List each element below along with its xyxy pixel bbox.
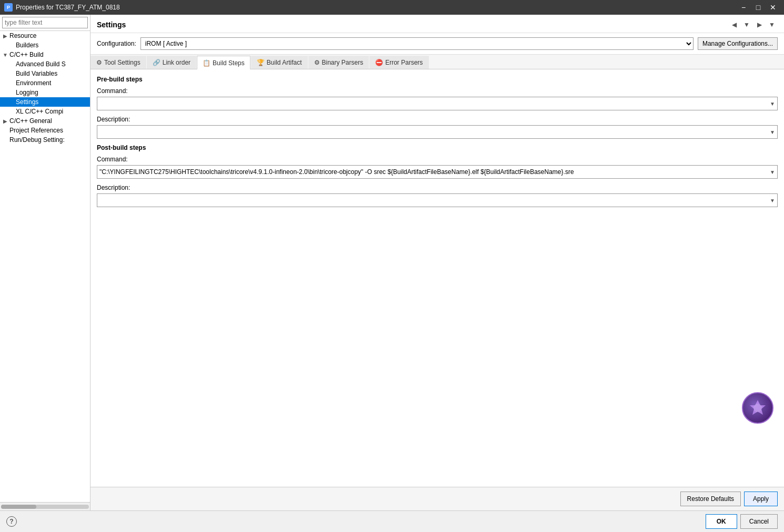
tab-icon-link-order: 🔗 [153, 59, 160, 66]
post-build-command-label: Command: [97, 156, 778, 163]
post-build-command-dropdown-arrow[interactable]: ▼ [770, 169, 775, 175]
sidebar-item-label-environment: Environment [16, 79, 51, 87]
tab-icon-error-parsers: ⛔ [375, 59, 383, 66]
pre-build-command-dropdown-arrow[interactable]: ▼ [770, 101, 775, 107]
post-build-description-field[interactable]: ▼ [97, 193, 778, 207]
svg-point-0 [753, 404, 762, 412]
post-build-description-label: Description: [97, 184, 778, 191]
pre-build-description-field[interactable]: ▼ [97, 125, 778, 139]
app-icon: P [4, 3, 13, 12]
sidebar-item-advanced-build[interactable]: Advanced Build S [0, 59, 90, 69]
pre-build-command-label: Command: [97, 87, 778, 95]
sidebar-item-label-logging: Logging [16, 89, 38, 96]
tree-expander-cpp-general: ▶ [2, 118, 8, 124]
ok-button[interactable]: OK [706, 514, 737, 529]
tab-icon-build-artifact: 🏆 [257, 59, 265, 66]
tab-label-error-parsers: Error Parsers [385, 59, 423, 66]
sidebar-item-label-advanced-build: Advanced Build S [16, 60, 66, 68]
sidebar-item-label-xl-cpp-compi: XL C/C++ Compi [16, 108, 63, 115]
sidebar-item-project-references[interactable]: Project References [0, 126, 90, 135]
configuration-row: Configuration: iROM [ Active ] Manage Co… [91, 33, 784, 55]
content-header: Settings ◀ ▼ ▶ ▼ [91, 15, 784, 33]
post-build-description-input[interactable] [99, 194, 775, 207]
minimize-button[interactable]: − [737, 2, 750, 13]
maximize-button[interactable]: □ [751, 2, 765, 13]
pre-build-command-input[interactable] [99, 97, 775, 110]
pre-build-description-label: Description: [97, 116, 778, 123]
sidebar-item-label-settings: Settings [16, 98, 38, 106]
tab-error-parsers[interactable]: ⛔Error Parsers [369, 56, 428, 69]
bottom-actions: ? OK Cancel [0, 510, 784, 532]
tab-build-steps[interactable]: 📋Build Steps [197, 56, 250, 69]
sidebar-item-environment[interactable]: Environment [0, 78, 90, 88]
tree-expander-resource: ▶ [2, 33, 8, 39]
sidebar-item-cpp-general[interactable]: ▶C/C++ General [0, 116, 90, 126]
sidebar-item-label-builders: Builders [16, 42, 38, 49]
tab-label-binary-parsers: Binary Parsers [322, 59, 364, 66]
sidebar-scrollbar[interactable] [1, 505, 89, 509]
pre-build-description-dropdown-arrow[interactable]: ▼ [770, 129, 775, 135]
decorative-image [742, 392, 773, 424]
tab-tool-settings[interactable]: ⚙Tool Settings [91, 56, 146, 69]
sidebar-item-label-cpp-build: C/C++ Build [9, 51, 44, 58]
sidebar-item-settings[interactable]: Settings [0, 97, 90, 107]
sidebar-filter-area [0, 15, 90, 31]
configuration-select[interactable]: iROM [ Active ] [140, 37, 693, 50]
sidebar-item-label-build-variables: Build Variables [16, 70, 57, 77]
restore-defaults-button[interactable]: Restore Defaults [680, 492, 741, 506]
nav-forward-dropdown-button[interactable]: ▼ [766, 19, 778, 30]
nav-forward-button[interactable]: ▶ [753, 19, 765, 30]
post-build-section-title: Post-build steps [97, 144, 778, 151]
page-title: Settings [97, 21, 126, 29]
sidebar-item-run-debug-settings[interactable]: Run/Debug Setting: [0, 135, 90, 145]
pre-build-command-field[interactable]: ▼ [97, 97, 778, 110]
filter-input[interactable] [2, 17, 88, 28]
tree-expander-cpp-build: ▼ [2, 52, 8, 58]
close-button[interactable]: ✕ [766, 2, 780, 13]
pre-build-description-input[interactable] [99, 126, 775, 138]
cancel-button[interactable]: Cancel [740, 514, 778, 529]
pre-build-section-title: Pre-build steps [97, 76, 778, 83]
post-build-description-dropdown-arrow[interactable]: ▼ [770, 198, 775, 203]
tab-label-build-artifact: Build Artifact [267, 59, 302, 66]
post-build-command-input[interactable] [99, 166, 775, 178]
content-panel: Settings ◀ ▼ ▶ ▼ Configuration: iROM [ A… [91, 15, 784, 510]
tab-icon-tool-settings: ⚙ [96, 59, 102, 66]
nav-back-dropdown-button[interactable]: ▼ [741, 19, 752, 30]
configuration-label: Configuration: [97, 40, 136, 47]
sidebar-item-logging[interactable]: Logging [0, 88, 90, 97]
sidebar-item-label-project-references: Project References [9, 127, 63, 134]
tab-label-build-steps: Build Steps [213, 59, 245, 67]
apply-button[interactable]: Apply [744, 492, 778, 506]
manage-configurations-button[interactable]: Manage Configurations... [698, 37, 778, 50]
tab-icon-binary-parsers: ⚙ [314, 59, 320, 66]
tab-link-order[interactable]: 🔗Link order [147, 56, 196, 69]
tab-binary-parsers[interactable]: ⚙Binary Parsers [308, 56, 369, 69]
tab-label-link-order: Link order [163, 59, 190, 66]
sidebar-item-cpp-build[interactable]: ▼C/C++ Build [0, 50, 90, 59]
sidebar-item-label-run-debug-settings: Run/Debug Setting: [9, 136, 65, 144]
tab-label-tool-settings: Tool Settings [104, 59, 140, 66]
tabs-bar: ⚙Tool Settings🔗Link order📋Build Steps🏆Bu… [91, 55, 784, 69]
sidebar-tree: ▶ResourceBuilders▼C/C++ BuildAdvanced Bu… [0, 31, 90, 502]
header-nav: ◀ ▼ ▶ ▼ [728, 19, 778, 30]
sidebar: ▶ResourceBuilders▼C/C++ BuildAdvanced Bu… [0, 15, 91, 510]
sidebar-scrollbar-area [0, 502, 90, 510]
window-title: Properties for TC387_FY_ATM_0818 [16, 4, 120, 11]
sidebar-item-build-variables[interactable]: Build Variables [0, 69, 90, 78]
title-bar: P Properties for TC387_FY_ATM_0818 − □ ✕ [0, 0, 784, 15]
nav-back-button[interactable]: ◀ [728, 19, 740, 30]
help-button[interactable]: ? [6, 516, 17, 527]
post-build-command-field[interactable]: ▼ [97, 165, 778, 179]
sidebar-item-resource[interactable]: ▶Resource [0, 31, 90, 40]
tab-build-artifact[interactable]: 🏆Build Artifact [251, 56, 308, 69]
dialog-footer: Restore Defaults Apply [91, 487, 784, 510]
sidebar-item-label-cpp-general: C/C++ General [9, 117, 52, 125]
sidebar-item-xl-cpp-compi[interactable]: XL C/C++ Compi [0, 107, 90, 116]
tab-icon-build-steps: 📋 [203, 59, 210, 67]
settings-body: Pre-build steps Command: ▼ Description: … [91, 69, 784, 487]
sidebar-item-label-resource: Resource [9, 32, 36, 39]
sidebar-item-builders[interactable]: Builders [0, 40, 90, 50]
